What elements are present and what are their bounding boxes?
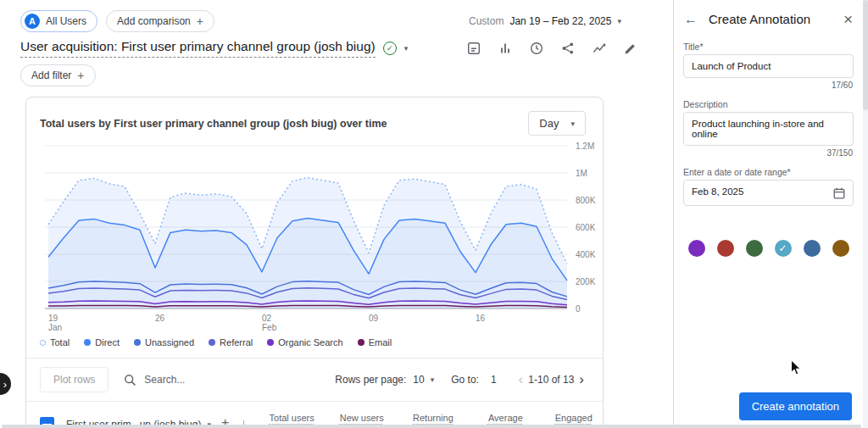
top-bar: A All Users Add comparison + Custom Jan … [0,0,672,36]
report-card: Total users by First user primary channe… [25,97,604,428]
date-range-value: Jan 19 – Feb 22, 2025 [509,15,611,27]
legend-label: Direct [95,337,120,347]
legend-item-organic-search[interactable]: Organic Search [267,337,342,347]
x-tick-label: 02 [262,314,272,323]
search-placeholder: Search... [144,374,185,386]
panel-title: Create Annotation [709,12,832,26]
color-swatch-teal[interactable]: ✓ [775,240,792,257]
back-arrow-icon[interactable]: ← [684,12,698,27]
legend-item-email[interactable]: Email [358,337,392,347]
description-input[interactable]: Product launching in-store and online [683,112,854,146]
create-annotation-panel: ← Create Annotation × Title* Launch of P… [673,0,863,428]
legend-label: Referral [220,337,253,347]
chart-legend: TotalDirectUnassignedReferralOrganic Sea… [26,337,603,358]
filter-row: Add filter + [0,58,672,86]
vertical-scrollbar[interactable] [863,0,868,428]
date-range-type: Custom [469,15,504,27]
create-annotation-button[interactable]: Create annotation [739,392,852,420]
horizontal-scrollbar[interactable] [2,425,861,428]
table-search-input[interactable]: Search... [124,374,264,386]
plus-icon: + [77,69,84,82]
granularity-select[interactable]: Day ▾ [528,111,586,136]
granularity-value: Day [539,117,559,130]
add-comparison-button[interactable]: Add comparison + [106,10,214,32]
prev-page-button[interactable]: ‹ [514,371,529,388]
column-label: New users [340,413,384,423]
table-controls: Plot rows Search... Rows per page: 10 ▾ … [26,359,603,401]
date-field: Enter a date or date range* Feb 8, 2025 [683,167,854,206]
all-users-chip[interactable]: A All Users [20,10,97,32]
legend-item-referral[interactable]: Referral [209,337,253,347]
date-range-picker[interactable]: Custom Jan 19 – Feb 22, 2025 ▾ [469,15,621,27]
y-tick-label: 1.2M [576,142,594,151]
plus-icon: + [197,14,203,28]
rows-per-page-label: Rows per page: [335,374,406,386]
scrollbar-thumb[interactable] [863,0,868,110]
y-tick-label: 0 [576,304,581,314]
legend-item-total[interactable]: Total [40,337,70,347]
plot-rows-button[interactable]: Plot rows [40,367,108,392]
rows-per-page-value: 10 [413,374,424,386]
column-label: Total users [270,413,314,423]
color-swatch-purple[interactable] [688,240,705,257]
color-swatch-brown[interactable] [832,240,849,257]
y-tick-label: 200K [576,277,596,286]
avatar: A [25,14,40,29]
title-field-label: Title* [683,42,854,52]
title-row: User acquisition: First user primary cha… [0,36,672,58]
x-tick-label: 26 [155,314,165,323]
color-swatch-green[interactable] [746,240,763,257]
chevron-down-icon[interactable]: ▾ [404,44,409,53]
go-to-input[interactable]: 1 [486,374,502,386]
color-swatch-blue[interactable] [804,240,821,257]
edit-icon[interactable] [623,41,638,56]
verified-check-icon: ✓ [383,42,397,55]
color-swatch-red[interactable] [717,240,734,257]
description-char-counter: 37/150 [683,148,853,158]
time-icon[interactable] [529,41,544,56]
legend-dot-icon [40,340,46,346]
close-icon[interactable]: × [843,11,853,27]
x-tick-sublabel: Feb [262,323,277,332]
x-tick-label: 19 [48,314,58,323]
share-icon[interactable] [560,41,576,56]
legend-dot-icon [358,339,364,346]
add-filter-button[interactable]: Add filter + [20,64,96,86]
check-icon: ✓ [775,240,792,257]
rows-per-page-select[interactable]: 10 ▾ [413,374,434,386]
color-swatches: ✓ [674,240,863,257]
all-users-label: All Users [46,15,86,27]
legend-label: Email [369,337,392,347]
go-to-label: Go to: [451,374,479,386]
date-input[interactable]: Feb 8, 2025 [683,180,854,206]
notes-icon[interactable] [466,41,481,56]
legend-label: Unassigned [145,337,194,347]
title-char-counter: 17/60 [683,81,853,90]
y-tick-label: 400K [576,250,596,259]
insights-icon[interactable] [592,41,607,56]
chart-header: Total users by First user primary channe… [26,97,603,136]
chevron-down-icon: ▾ [570,120,575,128]
page-title[interactable]: User acquisition: First user primary cha… [20,39,376,58]
legend-label: Organic Search [278,337,342,347]
panel-header: ← Create Annotation × [674,0,863,32]
title-input[interactable]: Launch of Product [683,54,854,78]
x-tick-label: 16 [476,314,486,323]
title-input-value: Launch of Product [692,61,771,71]
description-input-value: Product launching in-store and online [692,119,845,139]
add-filter-label: Add filter [31,69,71,81]
chart-svg: 0200K400K600K800K1M1.2M19Jan2602Feb0916 [40,139,603,337]
y-tick-label: 800K [576,196,596,205]
next-page-button[interactable]: › [574,371,589,388]
date-input-value: Feb 8, 2025 [692,186,743,197]
report-toolbar [466,41,638,56]
bar-chart-icon[interactable] [498,41,513,56]
report-main: A All Users Add comparison + Custom Jan … [0,0,672,428]
calendar-icon[interactable] [833,187,845,199]
legend-item-direct[interactable]: Direct [84,337,120,347]
legend-item-unassigned[interactable]: Unassigned [134,337,194,347]
x-tick-label: 09 [369,314,379,323]
legend-dot-icon [134,339,141,346]
legend-dot-icon [209,339,215,346]
add-comparison-label: Add comparison [117,15,191,27]
